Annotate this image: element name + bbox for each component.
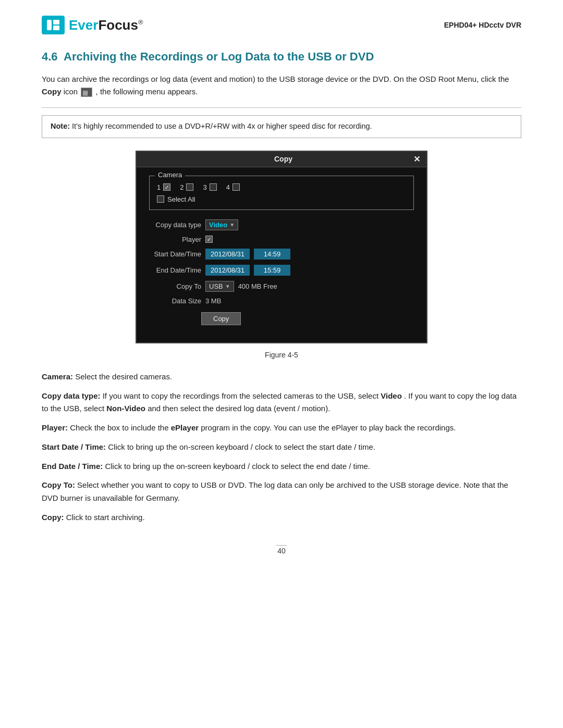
camera-1-item[interactable]: 1 ✓ — [157, 183, 170, 191]
start-datetime-row: Start Date/Time 2012/08/31 14:59 — [149, 249, 414, 260]
camera-1-checkbox[interactable]: ✓ — [163, 183, 170, 191]
data-size-value: 3 MB — [205, 297, 221, 305]
camera-4-item[interactable]: 4 — [226, 183, 240, 191]
desc-camera-bold: Camera: — [42, 372, 73, 381]
player-row: Player ✓ — [149, 236, 414, 243]
end-datetime-label: End Date/Time — [149, 266, 201, 274]
desc-player: Player: Check the box to include the ePl… — [42, 422, 521, 435]
section-title: 4.6 Archiving the Recordings or Log Data… — [42, 50, 521, 64]
select-all-row[interactable]: Select All — [157, 195, 406, 203]
dvr-dialog-body: Camera 1 ✓ 2 3 — [137, 167, 426, 341]
start-time-value[interactable]: 14:59 — [254, 249, 290, 260]
desc-copy-data-type-bold: Copy data type: — [42, 391, 101, 400]
copy-to-row: Copy To USB ▼ 400 MB Free — [149, 281, 414, 292]
product-name: EPHD04+ HDcctv DVR — [444, 21, 521, 29]
desc-copyto: Copy To: Select whether you want to copy… — [42, 479, 521, 505]
select-all-label: Select All — [167, 195, 195, 203]
copy-data-type-dropdown[interactable]: Video ▼ — [205, 219, 238, 230]
dvr-dialog: Copy ✕ Camera 1 ✓ 2 — [136, 151, 427, 343]
copy-data-type-label: Copy data type — [149, 221, 201, 229]
desc-end: End Date / Time: Click to bring up the o… — [42, 460, 521, 473]
desc-end-text: Click to bring up the on-screen keyboard… — [105, 462, 370, 471]
desc-copy-data-type-text: If you want to copy the recordings from … — [103, 391, 381, 400]
dvr-close-button[interactable]: ✕ — [413, 154, 420, 164]
copy-button[interactable]: Copy — [201, 312, 241, 325]
camera-group: Camera 1 ✓ 2 3 — [149, 176, 414, 210]
dropdown-arrow-icon: ▼ — [229, 222, 235, 228]
page-footer: 40 — [42, 545, 521, 555]
desc-camera: Camera: Select the desired cameras. — [42, 371, 521, 384]
desc-end-bold: End Date / Time: — [42, 462, 103, 471]
desc-start-text: Click to bring up the on-screen keyboard… — [108, 442, 375, 451]
desc-copyto-bold: Copy To: — [42, 480, 75, 489]
desc-copy-data-type: Copy data type: If you want to copy the … — [42, 390, 521, 416]
end-datetime-row: End Date/Time 2012/08/31 15:59 — [149, 265, 414, 276]
free-space-text: 400 MB Free — [238, 282, 277, 290]
camera-2-item[interactable]: 2 — [180, 183, 193, 191]
svg-rect-2 — [53, 26, 59, 30]
desc-player-bold: Player: — [42, 423, 68, 432]
start-date-value[interactable]: 2012/08/31 — [205, 249, 250, 260]
camera-1-label: 1 — [157, 183, 161, 191]
desc-camera-text: Select the desired cameras. — [75, 372, 172, 381]
desc-copy-data-type-text3: and then select the desired log data (ev… — [148, 404, 330, 413]
copy-data-type-value: Video — [209, 221, 227, 229]
camera-3-label: 3 — [203, 183, 206, 191]
svg-rect-0 — [47, 20, 52, 30]
copy-button-row: Copy — [149, 310, 414, 325]
data-size-row: Data Size 3 MB — [149, 297, 414, 305]
note-box: Note: It's highly recommended to use a D… — [42, 115, 521, 138]
svg-rect-1 — [53, 20, 59, 24]
desc-copyto-text: Select whether you want to copy to USB o… — [42, 480, 508, 502]
copy-to-label: Copy To — [149, 282, 201, 290]
logo-icon — [42, 16, 65, 34]
separator-line — [42, 107, 521, 108]
player-checkbox[interactable]: ✓ — [205, 236, 213, 243]
desc-copy-action: Copy: Click to start archiving. — [42, 511, 521, 524]
figure-caption: Figure 4-5 — [42, 351, 521, 359]
camera-checkboxes: 1 ✓ 2 3 4 — [157, 183, 406, 191]
copy-to-value: USB — [209, 282, 223, 290]
copy-to-dropdown[interactable]: USB ▼ — [205, 281, 234, 292]
page-header: EverFocus® EPHD04+ HDcctv DVR — [42, 16, 521, 34]
end-time-value[interactable]: 15:59 — [254, 265, 290, 276]
dvr-dialog-title: Copy — [153, 155, 413, 163]
logo: EverFocus® — [42, 16, 143, 34]
camera-2-label: 2 — [180, 183, 183, 191]
copy-data-type-row: Copy data type Video ▼ — [149, 219, 414, 230]
desc-video-bold: Video — [381, 391, 402, 400]
page-number: 40 — [277, 547, 286, 555]
end-date-value[interactable]: 2012/08/31 — [205, 265, 250, 276]
desc-player-text: Check the box to include the — [70, 423, 170, 432]
camera-3-item[interactable]: 3 — [203, 183, 216, 191]
camera-4-checkbox[interactable] — [232, 183, 240, 191]
copy-to-arrow-icon: ▼ — [225, 283, 230, 289]
camera-4-label: 4 — [226, 183, 230, 191]
logo-text: EverFocus® — [69, 17, 143, 33]
desc-player-text2: program in the copy. You can use the ePl… — [201, 423, 456, 432]
camera-legend-label: Camera — [155, 171, 185, 179]
dvr-title-bar: Copy ✕ — [137, 152, 426, 167]
screenshot-container: Copy ✕ Camera 1 ✓ 2 — [42, 151, 521, 343]
desc-start: Start Date / Time: Click to bring up the… — [42, 441, 521, 454]
desc-copy-action-bold: Copy: — [42, 513, 64, 522]
player-label: Player — [149, 236, 201, 243]
data-size-label: Data Size — [149, 297, 201, 305]
camera-3-checkbox[interactable] — [210, 183, 217, 191]
desc-eplayer-bold: ePlayer — [171, 423, 199, 432]
desc-copy-action-text: Click to start archiving. — [66, 513, 145, 522]
start-datetime-label: Start Date/Time — [149, 250, 201, 258]
copy-icon — [81, 88, 92, 97]
intro-paragraph: You can archive the recordings or log da… — [42, 73, 521, 98]
camera-2-checkbox[interactable] — [186, 183, 193, 191]
desc-start-bold: Start Date / Time: — [42, 442, 106, 451]
select-all-checkbox[interactable] — [157, 195, 164, 203]
footer-line — [276, 545, 287, 546]
desc-non-video-bold: Non-Video — [106, 404, 145, 413]
